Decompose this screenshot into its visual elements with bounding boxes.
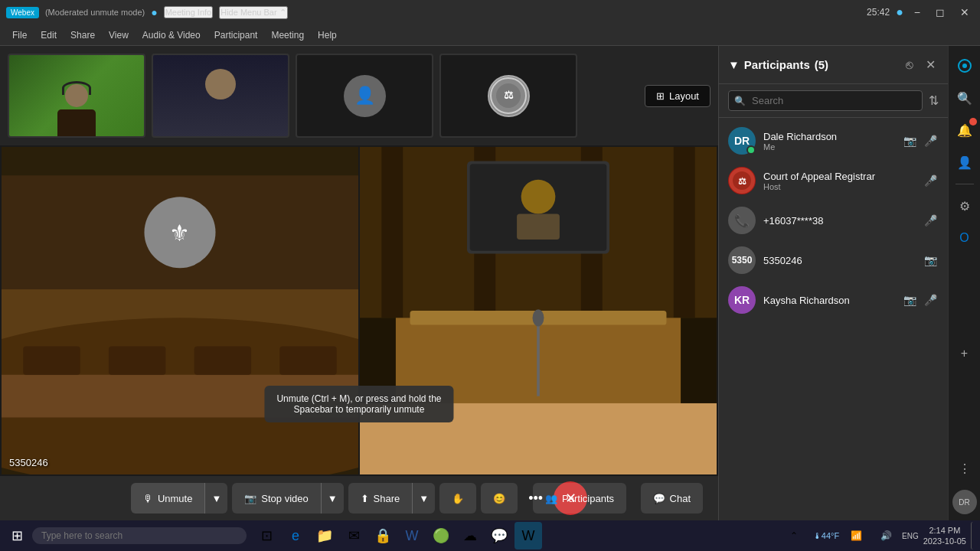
control-bar: 🎙 Unmute ▼ 📷 Stop video ▼ ⬆ Share ▼ bbox=[0, 476, 718, 520]
participants-button[interactable]: 👥 Participants bbox=[533, 483, 626, 514]
taskbar-mail-button[interactable]: ✉ bbox=[340, 522, 368, 549]
taskbar-right: ⌃ 🌡 44°F 📶 🔊 ENG 2:14 PM 2023-10-05 bbox=[780, 522, 975, 549]
thumbnail-4[interactable]: ⚖ bbox=[439, 54, 577, 138]
menu-view[interactable]: View bbox=[103, 28, 135, 43]
thumbnail-2[interactable] bbox=[152, 54, 289, 138]
notifications-button[interactable]: 🔔 bbox=[951, 116, 978, 144]
participant-name-phone: +16037****38 bbox=[763, 215, 915, 227]
webex-home-button[interactable] bbox=[951, 52, 978, 80]
webex-badge: Webex bbox=[6, 7, 39, 18]
stop-video-arrow-button[interactable]: ▼ bbox=[321, 483, 344, 514]
search-sidebar-icon: 🔍 bbox=[957, 91, 972, 106]
video-grid: ⚜ 5350246 bbox=[0, 145, 718, 476]
avatar-ca: ⚖ bbox=[728, 167, 756, 194]
weather-button[interactable]: 🌡 44°F bbox=[812, 522, 840, 549]
unmute-arrow-button[interactable]: ▼ bbox=[204, 483, 227, 514]
meeting-info-button[interactable]: Meeting Info bbox=[164, 6, 214, 18]
participant-item-kr[interactable]: KR Kaysha Richardson 📷 🎤 bbox=[719, 280, 948, 320]
participant-item-5350246[interactable]: 5350 5350246 📷 bbox=[719, 240, 948, 280]
stop-video-button[interactable]: 📷 Stop video bbox=[232, 483, 320, 514]
sort-button[interactable]: ⇅ bbox=[929, 93, 939, 108]
mic-btn-dr[interactable]: 🎤 bbox=[923, 133, 939, 148]
taskbar-onedrive-button[interactable]: ☁ bbox=[456, 522, 484, 549]
menu-help[interactable]: Help bbox=[312, 28, 343, 43]
minimize-button[interactable]: − bbox=[910, 5, 925, 20]
taskbar-taskview-button[interactable]: ⊡ bbox=[253, 522, 280, 549]
mic-btn-ca[interactable]: 🎤 bbox=[923, 173, 939, 188]
popout-button[interactable]: ⎋ bbox=[903, 54, 916, 75]
main-content: 👤 ⚖ ⊞ Layo bbox=[0, 46, 980, 520]
add-app-icon: + bbox=[961, 347, 968, 360]
taskbar-word-button[interactable]: W bbox=[398, 522, 426, 549]
camera-btn-5350246[interactable]: 📷 bbox=[923, 253, 939, 268]
svg-rect-27 bbox=[517, 214, 560, 239]
participant-item-phone[interactable]: 📞 +16037****38 🎤 bbox=[719, 201, 948, 240]
meeting-info-label: Meeting Info bbox=[165, 8, 212, 17]
user-avatar-sidebar[interactable]: DR bbox=[952, 490, 977, 514]
settings-icon: ⚙ bbox=[959, 199, 970, 214]
menu-participant[interactable]: Participant bbox=[208, 28, 264, 43]
participant-name-5350246: 5350246 bbox=[763, 255, 915, 266]
participant-actions-kr: 📷 🎤 bbox=[902, 292, 939, 308]
video-cell-1: ⚜ 5350246 bbox=[2, 147, 358, 474]
taskbar-edge-button[interactable]: e bbox=[282, 522, 309, 549]
unmute-button[interactable]: 🎙 Unmute bbox=[131, 483, 205, 514]
stop-video-icon: 📷 bbox=[244, 493, 256, 504]
avatar-kr: KR bbox=[728, 286, 756, 314]
share-arrow-button[interactable]: ▼ bbox=[412, 483, 435, 514]
menu-edit[interactable]: Edit bbox=[34, 28, 63, 43]
taskbar-explorer-button[interactable]: 📁 bbox=[311, 522, 338, 549]
more-sidebar-button[interactable]: ⋮ bbox=[951, 455, 978, 482]
outlook-icon: O bbox=[959, 231, 969, 245]
search-sidebar-button[interactable]: 🔍 bbox=[951, 84, 978, 112]
menu-file[interactable]: File bbox=[6, 28, 33, 43]
participant-item-dr[interactable]: DR Dale Richardson Me 📷 🎤 bbox=[719, 121, 948, 161]
show-desktop-button[interactable] bbox=[971, 522, 975, 549]
add-app-button[interactable]: + bbox=[951, 340, 978, 367]
participant-item-ca[interactable]: ⚖ Court of Appeal Registrar Host 🎤 bbox=[719, 161, 948, 201]
camera-btn-kr[interactable]: 📷 bbox=[902, 292, 918, 308]
share-button[interactable]: ⬆ Share bbox=[348, 483, 413, 514]
raise-hand-button[interactable]: ✋ bbox=[439, 483, 476, 514]
taskbar-up-arrow-button[interactable]: ⌃ bbox=[780, 522, 808, 549]
unmute-mic-icon: 🎙 bbox=[143, 493, 153, 504]
thumbnail-1[interactable] bbox=[8, 54, 145, 138]
menu-audio-video[interactable]: Audio & Video bbox=[136, 28, 207, 43]
layout-button[interactable]: ⊞ Layout bbox=[645, 85, 710, 107]
language-label: ENG bbox=[902, 532, 919, 540]
menu-meeting[interactable]: Meeting bbox=[265, 28, 310, 43]
reactions-button[interactable]: 😊 bbox=[481, 483, 518, 514]
panel-title: ▼ Participants (5) bbox=[728, 58, 903, 71]
taskbar-search-input[interactable] bbox=[32, 527, 247, 544]
systray: 🌡 44°F 📶 🔊 ENG bbox=[812, 522, 919, 549]
volume-icon[interactable]: 🔊 bbox=[872, 522, 900, 549]
mic-btn-phone[interactable]: 🎤 bbox=[923, 213, 939, 228]
panel-close-button[interactable]: ✕ bbox=[923, 54, 939, 75]
restore-button[interactable]: ◻ bbox=[931, 5, 949, 20]
network-icon[interactable]: 📶 bbox=[842, 522, 870, 549]
moderated-mode-label: (Moderated unmute mode) bbox=[45, 8, 145, 17]
stop-video-group: 📷 Stop video ▼ bbox=[232, 483, 343, 514]
svg-rect-19 bbox=[381, 147, 403, 318]
svg-text:⚖: ⚖ bbox=[504, 89, 514, 101]
thumbnail-3[interactable]: 👤 bbox=[296, 54, 433, 138]
taskbar-teams-button[interactable]: 💬 bbox=[485, 522, 513, 549]
menu-share[interactable]: Share bbox=[64, 28, 101, 43]
outlook-button[interactable]: O bbox=[951, 224, 978, 252]
raise-hand-icon: ✋ bbox=[452, 493, 464, 504]
participant-list: DR Dale Richardson Me 📷 🎤 bbox=[719, 118, 948, 520]
chat-button[interactable]: 💬 Chat bbox=[641, 483, 703, 514]
start-button[interactable]: ⊞ bbox=[5, 523, 29, 548]
taskbar-app6-button[interactable]: 🟢 bbox=[427, 522, 455, 549]
close-button[interactable]: ✕ bbox=[956, 5, 974, 20]
taskbar-lock-button[interactable]: 🔒 bbox=[369, 522, 397, 549]
mic-btn-kr[interactable]: 🎤 bbox=[923, 292, 939, 308]
search-bar: 🔍 ⇅ bbox=[719, 84, 948, 118]
taskbar-app9-button[interactable]: W bbox=[514, 522, 542, 549]
settings-button[interactable]: ⚙ bbox=[951, 192, 978, 220]
hide-menu-button[interactable]: Hide Menu Bar ⌃ bbox=[219, 6, 287, 19]
share-icon: ⬆ bbox=[361, 493, 369, 504]
contacts-button[interactable]: 👤 bbox=[951, 148, 978, 176]
camera-btn-dr[interactable]: 📷 bbox=[902, 133, 918, 148]
search-input[interactable] bbox=[728, 90, 923, 111]
